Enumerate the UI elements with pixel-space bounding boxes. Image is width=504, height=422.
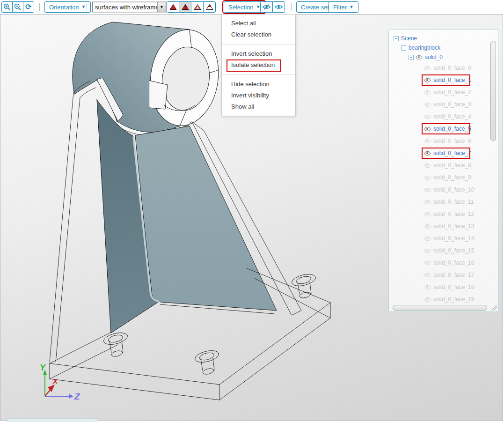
display-mode-select[interactable]: surfaces with wireframe ▼: [92, 2, 166, 12]
tree-item-solid_0_face_9[interactable]: solid_0_face_9: [389, 171, 498, 184]
tree-item-solid_0_face_17[interactable]: solid_0_face_17: [389, 269, 498, 281]
menu-item-show-all[interactable]: Show all: [222, 101, 295, 112]
tree-item-label: solid_0_face_9: [433, 174, 471, 181]
main-toolbar: ⟳ Orientation ▼ surfaces with wireframe …: [0, 0, 504, 14]
tree-item-solid_0_face_1[interactable]: solid_0_face_1: [389, 74, 498, 86]
visibility-eye-icon[interactable]: [424, 66, 431, 70]
visibility-eye-icon[interactable]: [424, 273, 431, 277]
tree-item-label: solid_0_face_0: [433, 65, 471, 71]
display-mode-value: surfaces with wireframe: [93, 4, 157, 11]
tree-item-scene[interactable]: Scene: [389, 34, 498, 43]
tree-item-label: solid_0: [425, 54, 443, 60]
tree-item-solid_0_face_11[interactable]: solid_0_face_11: [389, 196, 498, 208]
visibility-eye-icon[interactable]: [424, 261, 431, 265]
show-button[interactable]: [272, 2, 285, 12]
tree-item-solid_0_face_10[interactable]: solid_0_face_10: [389, 184, 498, 196]
visibility-eye-icon[interactable]: [424, 285, 431, 289]
tree-item-solid_0_face_0[interactable]: solid_0_face_0: [389, 62, 498, 74]
refresh-view-button[interactable]: ⟳: [23, 2, 34, 12]
tree-item-solid-0[interactable]: solid_0: [389, 52, 498, 62]
zoom-out-button[interactable]: [12, 2, 23, 12]
menu-item-hide-selection[interactable]: Hide selection: [222, 79, 295, 90]
tree-item-solid_0_face_14[interactable]: solid_0_face_14: [389, 232, 498, 244]
tree-item-solid_0_face_12[interactable]: solid_0_face_12: [389, 208, 498, 220]
selection-menu: Select all Clear selection Invert select…: [221, 14, 296, 116]
tree-item-solid_0_face_19[interactable]: solid_0_face_19: [389, 293, 498, 305]
visibility-eye-icon[interactable]: [424, 127, 431, 131]
shaded-wireframe-triangle-icon: [181, 3, 190, 11]
zoom-out-icon: [14, 3, 22, 11]
tree-item-label: solid_0_face_12: [433, 211, 474, 217]
tree-item-label: solid_0_face_2: [433, 89, 471, 96]
collapse-icon[interactable]: [401, 45, 406, 51]
visibility-eye-icon[interactable]: [424, 200, 431, 204]
x-axis-label: X: [52, 377, 58, 385]
toolbar-separator: [87, 3, 87, 11]
refresh-icon: ⟳: [25, 3, 31, 11]
tree-item-solid_0_face_15[interactable]: solid_0_face_15: [389, 244, 498, 257]
visibility-eye-icon[interactable]: [424, 249, 431, 253]
visibility-eye-icon[interactable]: [424, 115, 431, 119]
menu-divider: [222, 74, 295, 75]
menu-item-isolate-selection[interactable]: Isolate selection: [222, 59, 295, 71]
render-mode-wireframe-button[interactable]: [191, 2, 203, 12]
tree-item-label: solid_0_face_18: [433, 284, 474, 290]
zoom-button-group: ⟳: [1, 1, 34, 13]
tree-item-solid_0_face_7[interactable]: solid_0_face_7: [389, 147, 498, 159]
visibility-eye-icon[interactable]: [424, 163, 431, 168]
visibility-eye-icon[interactable]: [424, 78, 431, 82]
orientation-button[interactable]: Orientation ▼: [44, 1, 91, 13]
visibility-eye-icon[interactable]: [424, 139, 431, 143]
create-set-button[interactable]: Create set: [296, 1, 334, 13]
tree-item-solid_0_face_13[interactable]: solid_0_face_13: [389, 220, 498, 232]
menu-item-select-all[interactable]: Select all: [222, 18, 295, 29]
visibility-eye-icon[interactable]: [424, 224, 431, 229]
visibility-eye-icon[interactable]: [424, 297, 431, 302]
render-mode-shaded-wireframe-button[interactable]: [179, 2, 191, 12]
tree-item-solid_0_face_6[interactable]: solid_0_face_6: [389, 135, 498, 147]
collapse-icon[interactable]: [394, 36, 399, 41]
menu-item-invert-selection[interactable]: Invert selection: [222, 48, 295, 59]
z-axis-arrow-icon: [69, 394, 73, 399]
tree-item-label: Scene: [401, 35, 417, 42]
visibility-eye-icon[interactable]: [424, 90, 431, 95]
hide-button[interactable]: [261, 2, 272, 12]
tree-item-label: solid_0_face_7: [433, 150, 471, 156]
filter-button[interactable]: Filter ▼: [329, 1, 358, 13]
shaded-triangle-icon: [168, 3, 178, 11]
render-mode-button-group: [167, 1, 216, 13]
visibility-eye-icon[interactable]: [424, 188, 431, 192]
filter-label: Filter: [333, 4, 347, 11]
tree-item-solid_0_face_3[interactable]: solid_0_face_3: [389, 98, 498, 111]
visibility-eye-icon[interactable]: [416, 55, 422, 59]
render-mode-shaded-button[interactable]: [167, 2, 179, 12]
tree-item-solid_0_face_4[interactable]: solid_0_face_4: [389, 111, 498, 123]
tree-item-bearingblock[interactable]: bearingblock: [389, 43, 498, 52]
tree-item-label: solid_0_face_16: [433, 259, 474, 266]
collapse-icon[interactable]: [409, 55, 414, 60]
tree-item-label: bearingblock: [409, 44, 440, 51]
visibility-eye-icon[interactable]: [424, 176, 431, 180]
tree-horizontal-scrollbar[interactable]: [393, 305, 487, 311]
z-axis-label: Z: [74, 392, 80, 401]
menu-item-clear-selection[interactable]: Clear selection: [222, 29, 295, 40]
tree-item-solid_0_face_18[interactable]: solid_0_face_18: [389, 281, 498, 293]
tree-item-label: solid_0_face_13: [433, 223, 474, 230]
zoom-in-button[interactable]: [2, 2, 12, 12]
visibility-eye-icon[interactable]: [424, 151, 431, 155]
tree-item-solid_0_face_8[interactable]: solid_0_face_8: [389, 159, 498, 171]
render-mode-hidden-line-button[interactable]: [203, 2, 215, 12]
visibility-eye-icon[interactable]: [424, 237, 431, 241]
visibility-eye-icon[interactable]: [424, 212, 431, 216]
tree-vertical-scrollbar[interactable]: [490, 41, 496, 141]
selection-menu-button[interactable]: Selection ▼: [224, 1, 265, 13]
tree-item-solid_0_face_2[interactable]: solid_0_face_2: [389, 86, 498, 98]
tree-resize-grip[interactable]: [491, 305, 497, 311]
menu-item-invert-visibility[interactable]: Invert visibility: [222, 90, 295, 101]
tree-item-label: solid_0_face_8: [433, 162, 471, 169]
tree-item-label: solid_0_face_4: [433, 113, 471, 120]
tree-item-solid_0_face_16[interactable]: solid_0_face_16: [389, 257, 498, 269]
tree-item-solid_0_face_5[interactable]: solid_0_face_5: [389, 123, 498, 135]
tree-item-label: solid_0_face_1: [433, 77, 471, 83]
visibility-eye-icon[interactable]: [424, 103, 431, 107]
